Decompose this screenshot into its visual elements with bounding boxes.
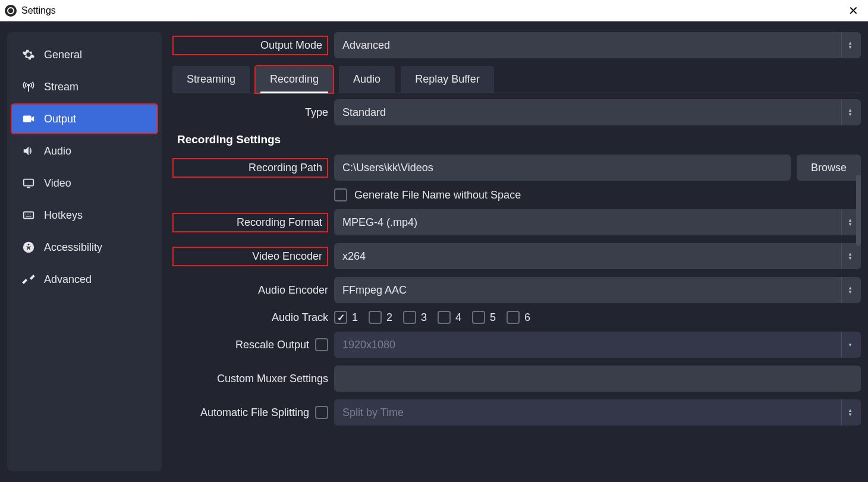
audio-track-1: 1 (334, 311, 358, 324)
antenna-icon (21, 80, 36, 94)
tab-replay-buffer[interactable]: Replay Buffer (401, 66, 494, 93)
sidebar-item-advanced[interactable]: Advanced (11, 264, 158, 295)
tab-label: Audio (353, 73, 380, 85)
track-4-checkbox[interactable] (438, 311, 451, 324)
recording-path-input[interactable] (334, 155, 791, 181)
content-pane: Output Mode Advanced ▲▼ Streaming Record… (172, 32, 861, 471)
split-dropdown[interactable]: Split by Time ▲▼ (334, 399, 861, 426)
audio-track-5: 5 (472, 311, 496, 324)
rescale-output-checkbox[interactable] (315, 338, 328, 351)
rescale-label-wrap: Rescale Output (172, 338, 328, 351)
track-3-checkbox[interactable] (403, 311, 416, 324)
recording-format-row: Recording Format MPEG-4 (.mp4) ▲▼ (172, 209, 861, 235)
output-tabs: Streaming Recording Audio Replay Buffer (172, 66, 861, 93)
tab-recording[interactable]: Recording (256, 66, 333, 93)
audio-track-label: Audio Track (172, 311, 328, 324)
tab-label: Streaming (187, 73, 235, 85)
tools-icon (21, 272, 36, 286)
sidebar-item-general[interactable]: General (11, 39, 158, 70)
sidebar-item-label: Audio (44, 145, 71, 157)
updown-icon: ▲▼ (841, 243, 853, 269)
audio-encoder-dropdown[interactable]: FFmpeg AAC ▲▼ (334, 277, 861, 303)
sidebar-item-label: General (44, 49, 82, 61)
sidebar-item-label: Output (44, 113, 76, 125)
audio-track-4: 4 (438, 311, 461, 324)
muxer-input[interactable] (334, 366, 861, 392)
recording-settings-title: Recording Settings (172, 133, 861, 146)
no-space-checkbox[interactable] (334, 188, 347, 201)
titlebar: Settings ✕ (0, 0, 868, 21)
sidebar-item-hotkeys[interactable]: Hotkeys (11, 200, 158, 231)
track-num: 6 (524, 311, 530, 324)
audio-track-row: Audio Track 1 2 3 (172, 311, 861, 324)
output-mode-label-wrap: Output Mode (172, 36, 328, 55)
audio-encoder-value: FFmpeg AAC (342, 284, 407, 297)
recording-format-label-wrap: Recording Format (172, 213, 328, 232)
monitor-icon (21, 176, 36, 190)
split-checkbox[interactable] (315, 406, 328, 419)
recording-path-label: Recording Path (172, 158, 328, 178)
updown-icon: ▲▼ (841, 99, 853, 125)
sidebar-item-label: Stream (44, 81, 78, 93)
updown-icon: ▲▼ (841, 32, 853, 58)
accessibility-icon (21, 240, 36, 254)
muxer-row: Custom Muxer Settings (172, 366, 861, 392)
sidebar-item-label: Video (44, 177, 71, 190)
audio-track-6: 6 (507, 311, 530, 324)
sidebar-item-audio[interactable]: Audio (11, 136, 158, 166)
type-row: Type Standard ▲▼ (172, 99, 861, 125)
audio-encoder-label: Audio Encoder (172, 284, 328, 297)
sidebar-item-output[interactable]: Output (11, 103, 158, 134)
rescale-output-placeholder: 1920x1080 (342, 339, 395, 351)
split-row: Automatic File Splitting Split by Time ▲… (172, 399, 861, 426)
video-encoder-value: x264 (342, 250, 366, 263)
tab-streaming[interactable]: Streaming (172, 66, 250, 93)
tab-label: Replay Buffer (415, 73, 480, 85)
track-num: 5 (490, 311, 496, 324)
track-num: 2 (386, 311, 392, 324)
track-2-checkbox[interactable] (369, 311, 382, 324)
svg-rect-2 (24, 179, 34, 186)
audio-track-2: 2 (369, 311, 392, 324)
gear-icon (21, 48, 36, 62)
tab-label: Recording (270, 73, 319, 85)
scrollbar-thumb[interactable] (856, 175, 861, 246)
keyboard-icon (21, 208, 36, 222)
sidebar-item-label: Accessibility (44, 241, 102, 254)
chevron-down-icon: ▼ (841, 332, 853, 358)
output-mode-label: Output Mode (172, 36, 328, 55)
output-mode-dropdown[interactable]: Advanced ▲▼ (334, 32, 861, 58)
muxer-label: Custom Muxer Settings (172, 373, 328, 385)
sidebar-item-label: Advanced (44, 273, 92, 286)
track-1-checkbox[interactable] (334, 311, 347, 324)
rescale-output-dropdown[interactable]: 1920x1080 ▼ (334, 332, 861, 358)
track-5-checkbox[interactable] (472, 311, 485, 324)
recording-path-row: Recording Path Browse (172, 155, 861, 181)
split-placeholder: Split by Time (342, 407, 404, 419)
recording-format-value: MPEG-4 (.mp4) (342, 216, 417, 229)
speaker-icon (21, 144, 36, 158)
sidebar: General Stream Output Audio Video (7, 32, 162, 471)
sidebar-item-video[interactable]: Video (11, 168, 158, 199)
recording-format-dropdown[interactable]: MPEG-4 (.mp4) ▲▼ (334, 209, 861, 235)
updown-icon: ▲▼ (841, 209, 853, 235)
svg-point-5 (28, 244, 30, 245)
video-encoder-dropdown[interactable]: x264 ▲▼ (334, 243, 861, 269)
output-icon (21, 112, 36, 126)
sidebar-item-label: Hotkeys (44, 209, 83, 222)
browse-button[interactable]: Browse (797, 155, 861, 181)
recording-format-label: Recording Format (172, 213, 328, 232)
sidebar-item-stream[interactable]: Stream (11, 71, 158, 102)
output-mode-value: Advanced (342, 39, 390, 52)
tab-audio[interactable]: Audio (339, 66, 395, 93)
svg-rect-3 (24, 212, 34, 219)
type-value: Standard (342, 106, 386, 119)
track-6-checkbox[interactable] (507, 311, 520, 324)
no-space-checkbox-row: Generate File Name without Space (334, 188, 521, 201)
video-encoder-row: Video Encoder x264 ▲▼ (172, 243, 861, 269)
updown-icon: ▲▼ (841, 277, 853, 303)
type-dropdown[interactable]: Standard ▲▼ (334, 99, 861, 125)
sidebar-item-accessibility[interactable]: Accessibility (11, 232, 158, 263)
video-encoder-label: Video Encoder (172, 247, 328, 266)
close-icon[interactable]: ✕ (844, 4, 863, 18)
